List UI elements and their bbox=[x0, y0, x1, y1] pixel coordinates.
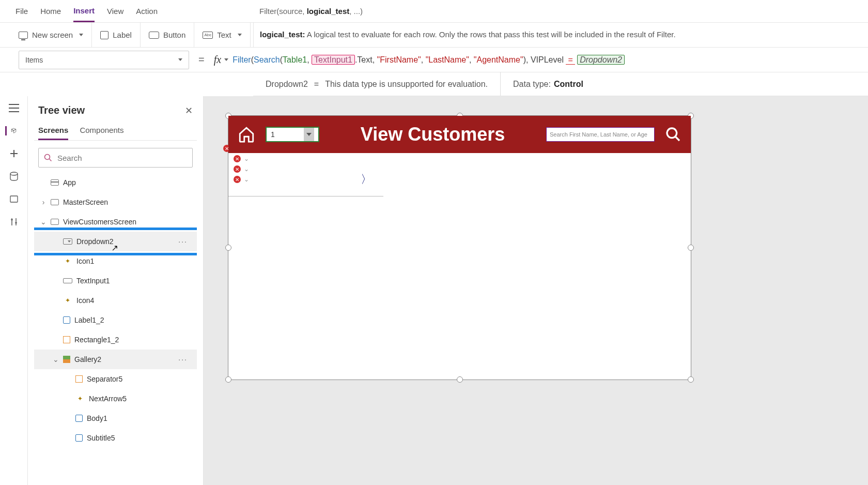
expander-icon[interactable]: ⌄ bbox=[53, 355, 59, 363]
tree-view-icon[interactable] bbox=[5, 126, 17, 135]
resize-handle[interactable] bbox=[688, 245, 694, 251]
svg-point-3 bbox=[667, 128, 677, 138]
tree-item-label: ViewCustomersScreen bbox=[63, 218, 136, 226]
property-selected: Items bbox=[25, 56, 43, 64]
more-icon[interactable]: ··· bbox=[178, 237, 188, 246]
close-icon[interactable]: ✕ bbox=[185, 105, 193, 116]
expander-icon[interactable]: ⌄ bbox=[40, 218, 47, 226]
tree-item-label: Subtitle5 bbox=[87, 434, 115, 442]
new-screen-label: New screen bbox=[32, 31, 73, 39]
tools-icon[interactable] bbox=[8, 217, 20, 226]
chevron-down-icon bbox=[304, 128, 314, 141]
tree-view-panel: Tree view ✕ Screens Components App›Maste… bbox=[28, 96, 204, 485]
tree-item-label: TextInput1 bbox=[76, 277, 110, 285]
canvas-area: ✕ ✕⌄ ✕⌄ ✕⌄ 1 View Customers Search First… bbox=[204, 96, 868, 485]
gen-icon: ✦ bbox=[63, 257, 72, 265]
tree-item-label: Rectangle1_2 bbox=[74, 336, 119, 344]
label-icon bbox=[100, 31, 109, 39]
insert-icon[interactable] bbox=[8, 149, 20, 158]
property-dropdown[interactable]: Items bbox=[19, 51, 189, 69]
tree-item-icon1[interactable]: ✦Icon1 bbox=[34, 251, 197, 271]
gal-icon bbox=[63, 356, 70, 363]
tree-item-viewcustomersscreen[interactable]: ⌄ViewCustomersScreen bbox=[34, 212, 197, 232]
search-placeholder: Search First Name, Last Name, or Age bbox=[550, 131, 647, 138]
tree-item-label: Label1_2 bbox=[74, 316, 104, 324]
lbl-icon bbox=[75, 415, 83, 422]
screen-icon bbox=[51, 219, 59, 225]
tree-item-body1[interactable]: Body1 bbox=[34, 408, 197, 428]
tree-item-label1_2[interactable]: Label1_2 bbox=[34, 310, 197, 330]
tab-screens[interactable]: Screens bbox=[38, 126, 68, 140]
dd-icon bbox=[63, 238, 72, 245]
label-button[interactable]: Label bbox=[92, 23, 141, 47]
resize-handle[interactable] bbox=[225, 245, 231, 251]
app-header: 1 View Customers Search First Name, Last… bbox=[228, 116, 691, 153]
menu-file[interactable]: File bbox=[16, 1, 28, 21]
svg-point-2 bbox=[45, 155, 50, 160]
tree-item-subtitle5[interactable]: Subtitle5 bbox=[34, 428, 197, 448]
tree-item-separator5[interactable]: Separator5 bbox=[34, 369, 197, 389]
text-button[interactable]: Abc Text bbox=[194, 23, 251, 47]
gallery-row[interactable]: 〉 bbox=[228, 153, 383, 196]
resize-handle[interactable] bbox=[457, 376, 463, 383]
tree-tabs: Screens Components bbox=[34, 123, 197, 141]
formula-input[interactable]: Filter(Search(Table1, TextInput1.Text, "… bbox=[233, 55, 625, 65]
home-icon[interactable] bbox=[238, 126, 255, 143]
menu-home[interactable]: Home bbox=[40, 1, 61, 21]
screen-icon bbox=[51, 199, 59, 205]
tree-item-label: App bbox=[63, 178, 76, 187]
menu-view[interactable]: View bbox=[107, 1, 123, 21]
chevron-down-icon bbox=[178, 58, 182, 61]
tree-item-rectangle1_2[interactable]: Rectangle1_2 bbox=[34, 330, 197, 350]
page-title: View Customers bbox=[330, 124, 536, 145]
resize-handle[interactable] bbox=[225, 376, 231, 383]
result-cell: Dropdown2 = This data type is unsupporte… bbox=[253, 72, 501, 96]
tree-item-label: NextArrow5 bbox=[89, 395, 127, 403]
fx-icon[interactable]: fx bbox=[214, 54, 228, 66]
tab-components[interactable]: Components bbox=[80, 126, 123, 140]
resize-handle[interactable] bbox=[688, 376, 694, 383]
tree-item-nextarrow5[interactable]: ✦NextArrow5 bbox=[34, 389, 197, 408]
function-signature: Filter(source, logical_test, ...) bbox=[253, 7, 868, 16]
menu-insert[interactable]: Insert bbox=[73, 1, 95, 22]
search-icon[interactable] bbox=[665, 126, 681, 143]
more-icon[interactable]: ··· bbox=[178, 355, 188, 363]
ribbon: New screen Label Button Abc Text logical… bbox=[0, 23, 868, 48]
svg-point-0 bbox=[10, 172, 18, 175]
tree-item-masterscreen[interactable]: ›MasterScreen bbox=[34, 192, 197, 212]
menu-tabs: File Home Insert View Action bbox=[0, 1, 253, 22]
app-canvas[interactable]: ✕ ✕⌄ ✕⌄ ✕⌄ 1 View Customers Search First… bbox=[228, 116, 691, 380]
gen-icon: ✦ bbox=[63, 297, 72, 304]
data-icon[interactable] bbox=[8, 172, 20, 181]
text-icon: Abc bbox=[203, 32, 213, 39]
datatype-cell: Data type:Control bbox=[501, 72, 596, 96]
tree-item-label: Dropdown2 bbox=[76, 237, 114, 246]
button-label: Button bbox=[163, 31, 185, 39]
rect-icon bbox=[75, 375, 83, 383]
customer-search-input[interactable]: Search First Name, Last Name, or Age bbox=[546, 127, 655, 142]
tree-search[interactable] bbox=[38, 148, 193, 168]
chevron-down-icon bbox=[224, 58, 228, 61]
hamburger-icon[interactable] bbox=[8, 103, 20, 113]
tree-title: Tree view bbox=[38, 104, 85, 116]
viplevel-dropdown[interactable]: 1 bbox=[266, 127, 319, 142]
menu-action[interactable]: Action bbox=[136, 1, 158, 21]
tree-item-label: Icon1 bbox=[76, 257, 94, 265]
ribbon-left: New screen Label Button Abc Text bbox=[0, 23, 253, 47]
media-icon[interactable] bbox=[8, 194, 20, 204]
main-area: Tree view ✕ Screens Components App›Maste… bbox=[0, 96, 868, 485]
tree-item-gallery2[interactable]: ⌄Gallery2··· bbox=[34, 350, 197, 369]
text-label: Text bbox=[217, 31, 231, 39]
button-button[interactable]: Button bbox=[141, 23, 194, 47]
side-rail bbox=[0, 96, 28, 485]
tree-item-app[interactable]: App bbox=[34, 173, 197, 192]
tree-item-dropdown2[interactable]: Dropdown2···↖ bbox=[34, 232, 197, 251]
next-arrow-icon[interactable]: 〉 bbox=[361, 172, 372, 187]
tree-search-input[interactable] bbox=[56, 153, 187, 163]
top-menu-bar: File Home Insert View Action Filter(sour… bbox=[0, 0, 868, 23]
label-label: Label bbox=[113, 31, 132, 39]
tree-item-textinput1[interactable]: TextInput1 bbox=[34, 271, 197, 291]
expander-icon[interactable]: › bbox=[40, 198, 47, 206]
new-screen-button[interactable]: New screen bbox=[0, 23, 92, 47]
tree-item-icon4[interactable]: ✦Icon4 bbox=[34, 291, 197, 310]
